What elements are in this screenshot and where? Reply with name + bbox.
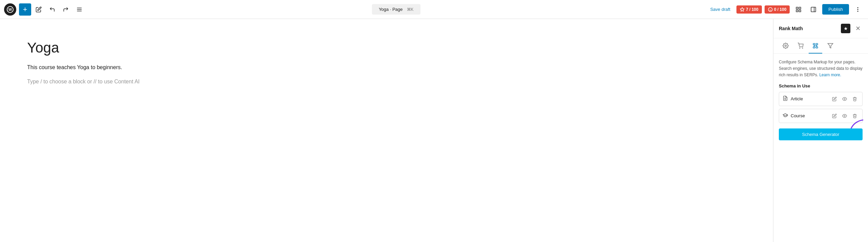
svg-point-16 [800, 48, 800, 48]
view-toggle-button[interactable] [792, 3, 805, 16]
tab-filter[interactable] [824, 39, 837, 54]
svg-point-17 [802, 48, 803, 48]
undo-button[interactable] [46, 3, 58, 16]
view-icon [795, 6, 802, 13]
svg-marker-25 [828, 43, 833, 48]
course-schema-label: Course [791, 113, 828, 118]
svg-point-12 [857, 7, 858, 8]
svg-rect-9 [796, 10, 798, 12]
seo-score-icon [740, 7, 745, 12]
svg-rect-6 [796, 7, 798, 9]
article-delete-button[interactable] [851, 95, 859, 103]
save-draft-button[interactable]: Save draft [707, 5, 734, 14]
course-delete-button[interactable] [851, 112, 859, 120]
trash-icon [852, 114, 857, 118]
svg-point-15 [785, 45, 787, 47]
schema-item-course: Course [779, 109, 863, 123]
svg-rect-20 [813, 47, 815, 48]
course-schema-icon [783, 113, 788, 119]
article-schema-label: Article [791, 96, 828, 101]
readability-score-value: 0 / 100 [774, 7, 787, 12]
page-title-text: Yoga · Page [379, 7, 402, 12]
eye-icon [842, 97, 847, 101]
schema-icon [812, 43, 818, 49]
sidebar-tabs [773, 38, 868, 54]
wp-logo-icon [7, 6, 14, 13]
svg-rect-18 [813, 43, 815, 45]
sidebar-header: Rank Math ★ ✕ [773, 19, 868, 38]
trash-icon [852, 97, 857, 101]
redo-icon [63, 6, 69, 13]
redo-button[interactable] [60, 3, 72, 16]
tab-shopping[interactable] [794, 39, 807, 54]
add-block-button[interactable]: + [19, 3, 31, 16]
svg-point-14 [857, 11, 858, 12]
schema-generator-button[interactable]: Schema Generator [779, 128, 863, 140]
edit-icon [832, 97, 837, 101]
menu-icon [76, 6, 82, 13]
editor-area[interactable]: Yoga This course teaches Yoga to beginne… [0, 19, 773, 242]
svg-point-29 [844, 115, 845, 117]
rankmath-sidebar: Rank Math ★ ✕ [773, 19, 868, 242]
readability-score-button[interactable]: 0 / 100 [765, 5, 790, 14]
sidebar-close-button[interactable]: ✕ [853, 24, 863, 33]
article-schema-icon [783, 96, 788, 102]
sidebar-content: Configure Schema Markup for your pages. … [773, 54, 868, 242]
toolbar: + Yoga · Page ⌘K Save draft [0, 0, 868, 19]
tab-schema[interactable] [809, 39, 822, 54]
eye-icon [842, 114, 847, 118]
article-edit-button[interactable] [830, 95, 839, 103]
toolbar-right: Save draft 7 / 100 0 / 100 [707, 3, 864, 16]
sidebar-icon [810, 6, 816, 13]
edit-icon [832, 114, 837, 118]
more-icon [855, 6, 861, 13]
svg-point-13 [857, 9, 858, 10]
publish-button[interactable]: Publish [822, 4, 849, 15]
schema-in-use-label: Schema in Use [779, 83, 863, 88]
sidebar-title: Rank Math [779, 26, 803, 31]
tools-menu-button[interactable] [73, 3, 85, 16]
readability-score-icon [768, 7, 773, 12]
edit-tool-button[interactable] [33, 3, 45, 16]
course-edit-button[interactable] [830, 112, 839, 120]
page-title-button[interactable]: Yoga · Page ⌘K [372, 4, 420, 15]
toolbar-center: Yoga · Page ⌘K [87, 4, 706, 15]
course-view-button[interactable] [841, 112, 849, 120]
settings-icon [783, 43, 789, 49]
filter-icon [827, 43, 833, 49]
sidebar-toggle-button[interactable] [807, 3, 820, 16]
svg-rect-7 [799, 7, 801, 9]
course-schema-actions [830, 112, 859, 120]
svg-rect-21 [816, 47, 818, 48]
tab-settings[interactable] [779, 39, 792, 54]
svg-point-3 [768, 7, 772, 12]
block-placeholder: Type / to choose a block or // to use Co… [27, 77, 746, 86]
schema-generator-section: Schema Generator [779, 128, 863, 140]
page-heading: Yoga [27, 39, 746, 56]
shortcut-kbd: ⌘K [407, 7, 414, 12]
pencil-icon [36, 6, 42, 13]
learn-more-link[interactable]: Learn more. [819, 73, 841, 77]
sidebar-star-button[interactable]: ★ [841, 24, 850, 33]
shopping-icon [797, 43, 804, 49]
sidebar-description: Configure Schema Markup for your pages. … [779, 59, 863, 79]
seo-score-value: 7 / 100 [746, 7, 758, 12]
svg-point-28 [844, 98, 845, 100]
seo-score-button[interactable]: 7 / 100 [736, 5, 762, 14]
article-view-button[interactable] [841, 95, 849, 103]
page-body-text: This course teaches Yoga to beginners. [27, 63, 746, 72]
main-layout: Yoga This course teaches Yoga to beginne… [0, 19, 868, 242]
svg-rect-8 [799, 10, 801, 12]
svg-rect-19 [816, 43, 818, 45]
more-options-button[interactable] [852, 3, 864, 16]
wp-logo [4, 3, 16, 16]
svg-rect-10 [811, 7, 816, 12]
sidebar-header-icons: ★ ✕ [841, 24, 863, 33]
schema-item-article: Article [779, 92, 863, 106]
article-schema-actions [830, 95, 859, 103]
undo-icon [49, 6, 55, 13]
